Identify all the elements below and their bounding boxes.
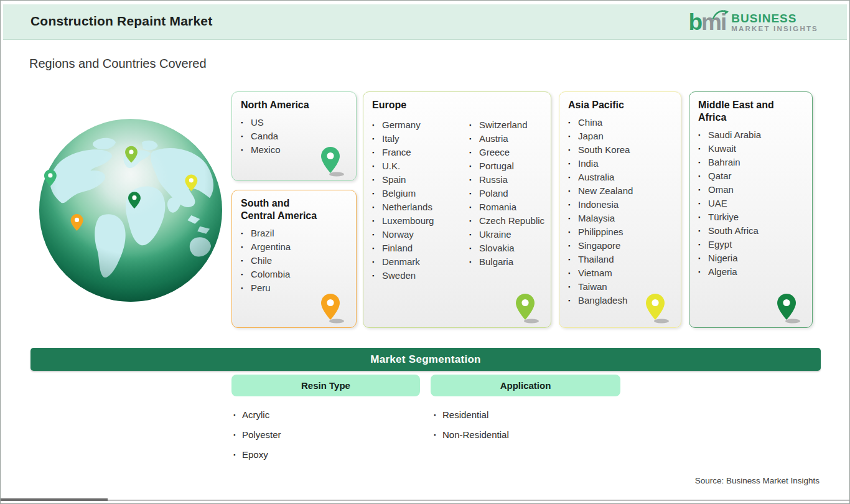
- segmentation-title: Market Segmentation: [370, 353, 481, 366]
- brand-logo-text: BUSINESS MARKET INSIGHTS: [731, 12, 818, 32]
- bullet-icon: ▪: [469, 118, 479, 132]
- list-item: ▪Belgium: [372, 187, 465, 200]
- list-item: ▪Switzerland: [469, 118, 547, 132]
- list-item: ▪Russia: [469, 173, 547, 187]
- country-list: ▪Saudi Arabia▪Kuwait▪Bahrain▪Qatar▪Oman▪…: [698, 128, 808, 279]
- list-item-label: Saudi Arabia: [708, 128, 761, 142]
- list-item: ▪Nigeria: [698, 251, 808, 265]
- list-item-label: Egypt: [708, 238, 732, 251]
- bullet-icon: ▪: [568, 266, 578, 280]
- map-pin-icon: [643, 292, 671, 325]
- bullet-icon: ▪: [698, 156, 708, 169]
- region-card-asia-pacific: Asia Pacific ▪China▪Japan▪South Korea▪In…: [559, 91, 681, 328]
- list-item-label: Epoxy: [242, 445, 268, 465]
- list-item: ▪South Africa: [698, 224, 808, 238]
- list-item: ▪Acrylic: [233, 405, 281, 425]
- bullet-icon: ▪: [568, 212, 578, 225]
- bullet-icon: ▪: [698, 210, 708, 224]
- list-item: ▪Philippines: [568, 225, 677, 239]
- list-item: ▪Residential: [434, 405, 509, 425]
- list-item: ▪Greece: [469, 146, 547, 159]
- list-item: ▪Germany: [372, 118, 465, 132]
- list-item-label: Algeria: [708, 265, 737, 279]
- region-title: Asia Pacific: [568, 99, 672, 111]
- country-list-col2: ▪Switzerland▪Austria▪Greece▪Portugal▪Rus…: [469, 118, 547, 282]
- bullet-icon: ▪: [469, 187, 479, 200]
- bullet-icon: ▪: [372, 228, 382, 241]
- bullet-icon: ▪: [469, 214, 479, 228]
- list-item-label: Qatar: [708, 169, 732, 183]
- list-item: ▪Polyester: [233, 425, 281, 445]
- region-card-middle-east-africa: Middle East and Africa ▪Saudi Arabia▪Kuw…: [689, 91, 813, 328]
- bullet-icon: ▪: [469, 146, 479, 159]
- list-item: ▪Netherlands: [372, 200, 465, 214]
- list-item: ▪Italy: [372, 132, 465, 146]
- list-item-label: Brazil: [251, 226, 274, 240]
- application-list: ▪Residential▪Non-Residential: [434, 405, 509, 445]
- list-item: ▪UAE: [698, 197, 808, 210]
- bullet-icon: ▪: [698, 251, 708, 265]
- bullet-icon: ▪: [241, 226, 251, 240]
- list-item-label: South Africa: [708, 224, 759, 238]
- bullet-icon: ▪: [241, 143, 251, 157]
- bullet-icon: ▪: [568, 116, 578, 129]
- list-item: ▪Epoxy: [233, 445, 281, 465]
- list-item-label: Philippines: [578, 225, 623, 239]
- bullet-icon: ▪: [241, 281, 251, 295]
- region-title: North America: [241, 99, 347, 111]
- list-item-label: Netherlands: [382, 200, 432, 214]
- list-item-label: Austria: [479, 132, 508, 146]
- bullet-icon: ▪: [241, 268, 251, 281]
- bullet-icon: ▪: [469, 173, 479, 187]
- chip-label: Resin Type: [301, 380, 350, 391]
- list-item: ▪India: [568, 157, 677, 170]
- list-item-label: Colombia: [251, 268, 290, 281]
- list-item: ▪US: [241, 116, 352, 129]
- bullet-icon: ▪: [568, 184, 578, 198]
- bullet-icon: ▪: [233, 425, 242, 445]
- list-item-label: Acrylic: [242, 405, 269, 425]
- list-item-label: Switzerland: [479, 118, 528, 132]
- region-title: Middle East and Africa: [698, 99, 803, 124]
- bullet-icon: ▪: [372, 118, 382, 132]
- segmentation-header-bar: Market Segmentation: [30, 348, 821, 371]
- map-pin-icon: [775, 292, 802, 325]
- list-item-label: Bahrain: [708, 156, 740, 169]
- list-item: ▪Qatar: [698, 169, 808, 183]
- bullet-icon: ▪: [469, 241, 479, 255]
- list-item: ▪Slovakia: [469, 241, 547, 255]
- list-item-label: Malaysia: [578, 212, 615, 225]
- bullet-icon: ▪: [568, 198, 578, 212]
- list-item: ▪Australia: [568, 170, 677, 184]
- list-item: ▪Bulgaria: [469, 255, 547, 269]
- list-item-label: Kuwait: [708, 142, 736, 156]
- list-item-label: Vietnam: [578, 266, 612, 280]
- bullet-icon: ▪: [241, 129, 251, 143]
- header-bar: Construction Repaint Market bmi BUSINESS…: [3, 4, 847, 40]
- list-item: ▪Non-Residential: [434, 425, 509, 445]
- map-pin-icon: [513, 292, 541, 325]
- bullet-icon: ▪: [568, 129, 578, 143]
- segmentation-column-header-resin-type: Resin Type: [231, 375, 420, 396]
- logo-letter-b: b: [689, 9, 702, 35]
- list-item-label: Peru: [251, 281, 271, 295]
- list-item: ▪China: [568, 116, 677, 129]
- list-item: ▪Taiwan: [568, 280, 677, 294]
- source-attribution: Source: Business Market Insights: [695, 476, 820, 485]
- bullet-icon: ▪: [698, 183, 708, 197]
- list-item: ▪Romania: [469, 200, 547, 214]
- list-item: ▪Finland: [372, 241, 465, 255]
- list-item: ▪Ukraine: [469, 228, 547, 241]
- region-card-north-america: North America ▪US▪Canda▪Mexico: [231, 91, 357, 181]
- list-item: ▪Czech Republic: [469, 214, 547, 228]
- segmentation-column-header-application: Application: [431, 375, 620, 396]
- bullet-icon: ▪: [434, 425, 442, 445]
- list-item-label: U.K.: [382, 159, 400, 173]
- region-title: Europe: [372, 99, 542, 111]
- bullet-icon: ▪: [568, 294, 578, 307]
- list-item-label: Residential: [442, 405, 488, 425]
- list-item-label: UAE: [708, 197, 727, 210]
- list-item: ▪Vietnam: [568, 266, 677, 280]
- bullet-icon: ▪: [233, 405, 242, 425]
- bullet-icon: ▪: [372, 146, 382, 159]
